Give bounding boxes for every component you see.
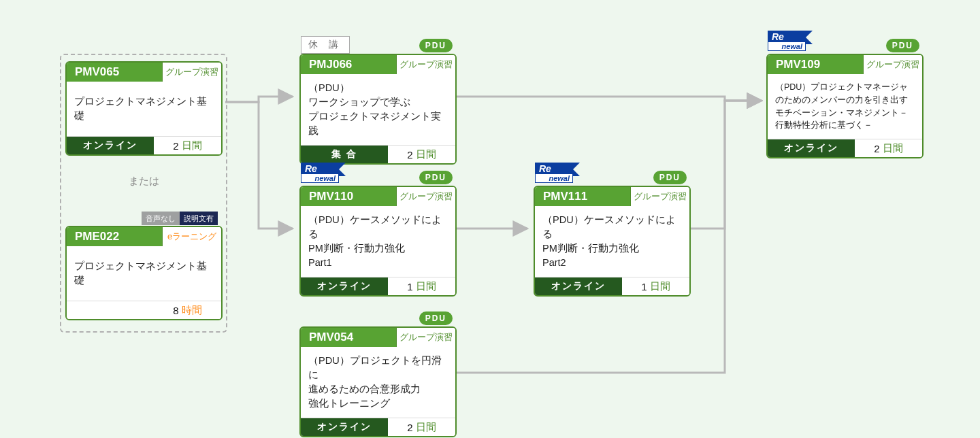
card-tag: グループ演習 — [396, 187, 455, 206]
card-mode: オンライン — [301, 418, 388, 436]
pretags-pme022: 音声なし 説明文有 — [142, 212, 218, 225]
card-title: （PDU）ケースメソッドによる PM判断・行動力強化 Part1 — [301, 206, 455, 277]
card-tag: グループ演習 — [396, 55, 455, 74]
card-mode: 集 合 — [301, 146, 388, 163]
card-title: （PDU）ケースメソッドによる PM判断・行動力強化 Part2 — [535, 206, 689, 277]
renewal-badge: Re newal — [535, 163, 573, 183]
card-title: プロジェクトマネジメント基礎 — [67, 246, 221, 301]
card-code: PMV065 — [67, 63, 162, 82]
card-title: （PDU） ワークショップで学ぶ プロジェクトマネジメント実践 — [301, 74, 455, 145]
card-duration: 2日間 — [154, 137, 221, 154]
card-pmv110[interactable]: Re newal PDU PMV110 グループ演習 （PDU）ケースメソッドに… — [299, 186, 457, 297]
card-title: プロジェクトマネジメント基礎 — [67, 82, 221, 136]
card-title: （PDU）プロジェクトマネージャのためのメンバーの力を引き出すモチベーション・マ… — [768, 74, 922, 139]
pdu-badge: PDU — [419, 171, 453, 184]
card-tag: グループ演習 — [630, 187, 689, 206]
pdu-badge: PDU — [653, 171, 687, 184]
card-pmj066[interactable]: 休 講 PDU PMJ066 グループ演習 （PDU） ワークショップで学ぶ プ… — [299, 54, 457, 165]
pdu-badge: PDU — [419, 311, 453, 325]
card-code: PMV110 — [301, 187, 396, 206]
card-code: PMV054 — [301, 328, 396, 347]
card-code: PMV111 — [535, 187, 630, 206]
card-tag: グループ演習 — [863, 55, 922, 74]
card-tag: eラーニング — [162, 227, 221, 246]
pdu-badge: PDU — [419, 39, 453, 52]
pretag-noaudio: 音声なし — [142, 212, 180, 225]
card-duration: 1日間 — [388, 277, 455, 295]
pdu-badge: PDU — [886, 39, 919, 52]
card-pme022[interactable]: PME022 eラーニング プロジェクトマネジメント基礎 8時間 — [65, 226, 223, 320]
card-title: （PDU）プロジェクトを円滑に 進めるための合意形成力 強化トレーニング — [301, 347, 455, 418]
card-pmv111[interactable]: Re newal PDU PMV111 グループ演習 （PDU）ケースメソッドに… — [534, 186, 691, 297]
renewal-badge: Re newal — [768, 31, 806, 51]
card-duration: 1日間 — [622, 277, 689, 295]
card-duration: 2日間 — [388, 146, 455, 163]
card-mode: オンライン — [768, 139, 855, 157]
card-mode: オンライン — [535, 277, 622, 295]
or-label: または — [61, 175, 226, 188]
card-tag: グループ演習 — [162, 63, 221, 82]
card-tag: グループ演習 — [396, 328, 455, 347]
renewal-badge: Re newal — [301, 163, 339, 183]
card-duration: 8時間 — [154, 301, 221, 319]
card-duration: 2日間 — [388, 418, 455, 436]
card-pmv065[interactable]: PMV065 グループ演習 プロジェクトマネジメント基礎 オンライン 2日間 — [65, 61, 223, 156]
card-code: PMJ066 — [301, 55, 396, 74]
card-code: PMV109 — [768, 55, 863, 74]
card-pmv054[interactable]: PDU PMV054 グループ演習 （PDU）プロジェクトを円滑に 進めるための… — [299, 326, 457, 437]
card-mode-empty — [67, 301, 154, 319]
pretag-hasdesc: 説明文有 — [180, 212, 218, 225]
card-mode: オンライン — [67, 137, 154, 154]
card-code: PME022 — [67, 227, 162, 246]
card-duration: 2日間 — [855, 139, 922, 157]
card-mode: オンライン — [301, 277, 388, 295]
suspended-badge: 休 講 — [301, 36, 350, 54]
card-pmv109[interactable]: Re newal PDU PMV109 グループ演習 （PDU）プロジェクトマネ… — [766, 54, 924, 158]
